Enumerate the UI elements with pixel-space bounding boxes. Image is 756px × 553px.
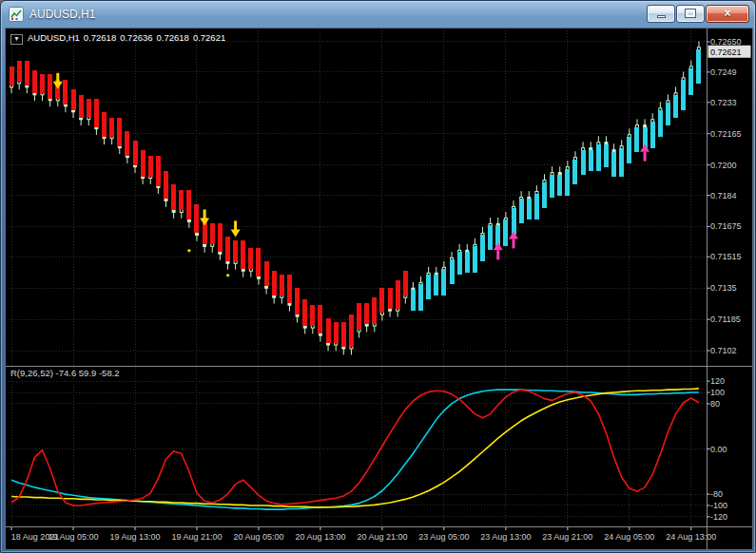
trend-bar-down [248, 248, 253, 269]
trend-bar-up [596, 144, 601, 171]
indicator-tick-label: -80 [710, 489, 723, 499]
trend-bar-down [372, 297, 377, 324]
trend-bar-up [441, 269, 446, 296]
trend-bar-down [179, 190, 184, 211]
trend-bar-down [63, 80, 68, 105]
trend-bar-up [634, 127, 639, 152]
time-tick-label: 23 Aug 13:00 [480, 532, 531, 542]
star-signal-icon: * [187, 247, 191, 257]
trend-bar-down [71, 89, 76, 110]
price-tick-label: 0.7135 [710, 283, 737, 293]
trend-bar-up [673, 95, 678, 118]
trend-bar-down [25, 61, 29, 86]
trend-bar-up [542, 182, 547, 209]
trend-bar-down [264, 261, 269, 286]
indicator-label: R(9,26,52) -74.6 59.9 -58.2 [10, 368, 120, 378]
indicator-tick-label: 120 [710, 376, 725, 386]
trend-bar-up [557, 175, 562, 196]
trend-bar-up [465, 252, 470, 273]
buy-arrow-icon [513, 238, 515, 248]
minimize-icon [657, 15, 666, 18]
trend-bar-down [256, 248, 261, 276]
trend-bar-down [32, 70, 37, 93]
trend-bar-down [40, 74, 45, 93]
sell-arrow-icon [56, 73, 59, 83]
trend-bar-up [696, 49, 701, 84]
trend-bar-down [79, 95, 84, 118]
close-button[interactable]: × [706, 5, 749, 23]
trend-bar-up [572, 160, 577, 184]
trend-bar-up [519, 199, 524, 223]
ohlc-close: 0.72621 [193, 32, 225, 43]
chart-canvas[interactable]: **0.726500.72490.72330.721650.72000.7184… [6, 29, 752, 549]
chart-background [6, 29, 752, 549]
symbol-dropdown-icon[interactable]: ▼ [10, 34, 23, 45]
ohlc-open: 0.72618 [84, 32, 116, 43]
trend-bar-up [450, 259, 455, 284]
trend-bar-down [364, 303, 369, 324]
trend-bar-down [109, 118, 114, 137]
trend-bar-down [48, 74, 52, 99]
time-tick-label: 20 Aug 05:00 [233, 532, 283, 542]
time-tick-label: 20 Aug 13:00 [295, 532, 345, 542]
trend-bar-down [133, 141, 138, 165]
trend-bar-up [418, 284, 423, 311]
trend-bar-down [210, 223, 215, 244]
price-tick-label: 0.7102 [710, 346, 737, 355]
ohlc-symbol: AUDUSD,H1 [28, 32, 80, 43]
price-tick-label: 0.71515 [710, 252, 742, 261]
trend-bar-down [148, 156, 153, 177]
trend-bar-down [218, 223, 223, 252]
ohlc-label: ▼AUDUSD,H10.726180.726360.726180.72621 [10, 32, 229, 45]
chart-icon [9, 7, 24, 22]
minimize-button[interactable] [647, 5, 675, 23]
app-icon[interactable] [9, 7, 24, 22]
ohlc-low: 0.72618 [157, 32, 189, 43]
maximize-button[interactable] [676, 5, 705, 23]
trend-bar-down [186, 190, 191, 220]
chart-window: **0.726500.72490.72330.721650.72000.7184… [5, 28, 753, 550]
trend-bar-down [87, 99, 91, 118]
trend-bar-up [480, 235, 485, 261]
indicator-tick-label: 80 [710, 399, 720, 409]
sell-arrow-icon [234, 220, 237, 230]
ohlc-high: 0.72636 [120, 32, 152, 43]
trend-bar-up [650, 122, 655, 148]
buy-arrow-icon [496, 250, 499, 259]
price-tick-label: 0.71185 [710, 315, 741, 324]
star-signal-icon: * [226, 272, 230, 281]
window-titlebar[interactable]: AUDUSD,H1 × [1, 1, 755, 27]
trend-bar-up [611, 152, 616, 177]
trend-bar-down [102, 112, 107, 137]
price-tick-label: 0.7249 [710, 67, 737, 77]
price-tick-label: 0.72650 [710, 37, 742, 47]
close-icon: × [707, 6, 748, 22]
trend-bar-up [512, 208, 516, 235]
indicator-tick-label: 0.00 [710, 445, 727, 454]
window-controls: × [647, 5, 749, 23]
trend-bar-down [379, 288, 384, 313]
sell-arrow-icon [204, 209, 206, 219]
indicator-tick-label: -120 [710, 512, 727, 522]
trend-bar-down [295, 288, 300, 315]
trend-bar-down [334, 322, 339, 343]
trend-bar-down [318, 305, 322, 334]
price-tick-label: 0.7200 [710, 161, 737, 170]
price-tick-label: 0.72165 [710, 129, 742, 139]
trend-bar-up [534, 194, 539, 220]
time-tick-label: 24 Aug 05:00 [604, 532, 654, 542]
trend-bar-down [341, 322, 346, 347]
trend-bar-down [326, 318, 331, 343]
trend-bar-down [396, 280, 400, 309]
trend-bar-up [488, 225, 493, 250]
trend-bar-down [194, 204, 199, 233]
time-tick-label: 19 Aug 13:00 [109, 532, 160, 542]
time-tick-label: 24 Aug 13:00 [666, 532, 716, 542]
indicator-tick-label: 100 [710, 388, 725, 397]
trend-bar-down [156, 156, 161, 186]
trend-bar-up [457, 252, 462, 275]
trend-bar-up [681, 80, 686, 110]
trend-bar-up [627, 137, 631, 163]
trend-bar-up [434, 275, 438, 296]
trend-bar-down [272, 271, 277, 296]
